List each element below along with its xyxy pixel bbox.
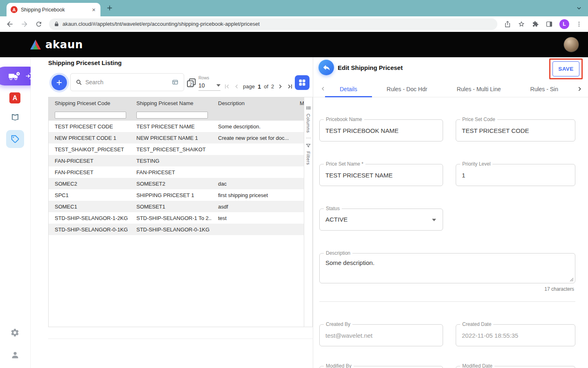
status-value: ACTIVE xyxy=(320,209,443,230)
tag-icon xyxy=(11,135,20,144)
tab-rules-multi-line[interactable]: Rules - Multi Line xyxy=(442,81,515,97)
description-label: Description xyxy=(324,250,352,256)
grid-icon xyxy=(298,79,306,87)
page-total: 2 xyxy=(271,83,274,90)
price-set-name-input[interactable] xyxy=(320,164,443,186)
filters-toggle[interactable]: Filters xyxy=(306,151,311,165)
column-header[interactable]: Shipping Priceset Name xyxy=(130,100,212,106)
table-cell: test xyxy=(212,215,294,221)
settings-button[interactable] xyxy=(10,328,20,337)
table-row[interactable]: FAN-PRICESETFAN-PRICESET xyxy=(49,166,304,178)
grid-view-button[interactable] xyxy=(295,75,310,90)
strip-divider xyxy=(306,138,311,138)
table-row[interactable]: FAN-PRICESETTESTING xyxy=(49,155,304,166)
priority-level-input[interactable] xyxy=(456,164,575,186)
table-cell: TEST PRICESET CODE xyxy=(49,123,130,130)
stacked-windows-icon[interactable]: 2 xyxy=(186,78,196,88)
table-cell: FAN-PRICESET xyxy=(49,169,130,175)
tab-rules-sin[interactable]: Rules - Sin xyxy=(516,81,572,97)
table-row[interactable]: STD-SHIP-SELANGOR-0-1KGSTD-SHIP-SELANGOR… xyxy=(49,224,304,235)
tab-details[interactable]: Details xyxy=(325,81,372,97)
price-set-code-field[interactable]: Price Set Code xyxy=(456,119,575,141)
save-button[interactable]: SAVE xyxy=(552,61,579,76)
profile-button[interactable] xyxy=(11,350,20,359)
first-page-icon[interactable] xyxy=(223,83,230,90)
priority-level-field[interactable]: Priority Level xyxy=(456,164,575,186)
tabs-scroll-right-icon[interactable] xyxy=(575,85,583,92)
add-priceset-button[interactable] xyxy=(51,75,67,90)
save-annotation-box: SAVE xyxy=(549,58,583,79)
column-header[interactable]: Description xyxy=(212,100,294,106)
table-cell: SOMEC1 xyxy=(49,204,130,210)
search-box xyxy=(70,73,184,91)
url-text: akaun.cloud/#/applets/tnt/wavelet/erp/ac… xyxy=(62,21,260,27)
new-tab-button[interactable] xyxy=(106,4,113,11)
user-avatar[interactable] xyxy=(564,37,579,52)
rows-label: Rows xyxy=(198,75,220,80)
tab-rules-doc-hdr[interactable]: Rules - Doc Hdr xyxy=(372,81,442,97)
forward-icon[interactable] xyxy=(20,20,29,28)
browser-tab[interactable]: A Shipping Pricebook × xyxy=(7,3,100,16)
columns-toggle[interactable]: Columns xyxy=(306,114,311,133)
browser-profile-avatar[interactable]: L xyxy=(559,19,569,29)
pricebook-name-input[interactable] xyxy=(320,120,443,141)
tab-search-caret-icon[interactable] xyxy=(576,5,582,11)
search-input[interactable] xyxy=(85,79,168,85)
table-cell: TESTING xyxy=(130,158,212,164)
table-cell: NEW PRICESET NAME 1 xyxy=(130,135,212,141)
table-row[interactable]: TEST_SHAIKOT_PRICESETTEST_PRICESET_SHAIK… xyxy=(49,144,304,155)
pricebook-name-field[interactable]: Pricebook Name xyxy=(319,119,443,141)
filter-funnel-icon[interactable] xyxy=(306,143,311,148)
column-header[interactable]: Shipping Priceset Code xyxy=(49,100,130,106)
table-cell: TEST_SHAIKOT_PRICESET xyxy=(49,146,130,153)
status-field[interactable]: Status ACTIVE xyxy=(319,209,443,231)
side-panel-icon[interactable] xyxy=(546,20,553,28)
filter-input-code[interactable] xyxy=(55,112,126,119)
bookmark-star-icon[interactable] xyxy=(518,20,525,28)
browser-menu-icon[interactable] xyxy=(576,21,582,27)
table-row[interactable]: TEST PRICESET CODETEST PRICESET NAMESome… xyxy=(49,121,304,132)
back-button[interactable] xyxy=(318,60,334,75)
table-cell: TEST PRICESET NAME xyxy=(130,123,212,130)
description-textarea[interactable]: Some description. xyxy=(320,254,575,283)
rows-value: 10 xyxy=(198,82,205,89)
sidebar-item-pdf[interactable]: A xyxy=(9,92,20,103)
columns-icon[interactable] xyxy=(306,105,311,110)
column-header[interactable]: M xyxy=(294,100,304,106)
akaun-logo[interactable]: akaun xyxy=(29,38,83,51)
main: A Shipping Priceset Listing xyxy=(0,57,588,368)
table-row[interactable]: SOMEC2SOMESET2dac xyxy=(49,178,304,189)
page-of: of xyxy=(264,83,268,90)
table-row[interactable]: STD-SHIP-SELANGOR-1-2KGSTD-SHIP-SELANGOR… xyxy=(49,212,304,224)
description-char-counter: 17 characters xyxy=(544,286,574,292)
tab-close-icon[interactable]: × xyxy=(91,6,96,13)
table-row[interactable]: NEW PRICESET CODE 1NEW PRICESET NAME 1Cr… xyxy=(49,132,304,144)
table-body: TEST PRICESET CODETEST PRICESET NAMESome… xyxy=(49,121,304,235)
description-field[interactable]: Description Some description. xyxy=(319,253,575,283)
sidebar-item-docs[interactable] xyxy=(10,112,20,122)
status-dropdown-caret-icon[interactable] xyxy=(432,219,436,221)
table-row[interactable]: SPC1SHIPPING PRICESET 1first shipping pr… xyxy=(49,189,304,201)
filter-input-name[interactable] xyxy=(136,112,208,119)
price-set-code-input[interactable] xyxy=(456,120,575,141)
listing-title: Shipping Priceset Listing xyxy=(48,59,122,66)
sidebar-item-pricebook[interactable] xyxy=(6,130,24,148)
next-page-icon[interactable] xyxy=(277,83,284,90)
table-cell: asdf xyxy=(212,204,294,210)
extensions-icon[interactable] xyxy=(532,20,539,28)
table-cell: FAN-PRICESET xyxy=(130,169,212,175)
resize-handle-icon[interactable] xyxy=(570,278,574,282)
advanced-search-icon[interactable] xyxy=(172,79,179,85)
back-icon[interactable] xyxy=(6,20,14,28)
share-icon[interactable] xyxy=(504,20,511,28)
reload-icon[interactable] xyxy=(35,20,42,28)
prev-page-icon[interactable] xyxy=(233,83,240,90)
last-page-icon[interactable] xyxy=(287,83,294,90)
rows-per-page-control[interactable]: Rows 10 xyxy=(198,75,220,91)
price-set-name-field[interactable]: Price Set Name * xyxy=(319,164,443,186)
favicon-icon: A xyxy=(11,6,18,13)
omnibox[interactable]: akaun.cloud/#/applets/tnt/wavelet/erp/ac… xyxy=(49,18,497,30)
table-row[interactable]: SOMEC1SOMESET1asdf xyxy=(49,201,304,212)
table-cell: Some description. xyxy=(212,123,294,130)
form-divider xyxy=(319,301,575,302)
